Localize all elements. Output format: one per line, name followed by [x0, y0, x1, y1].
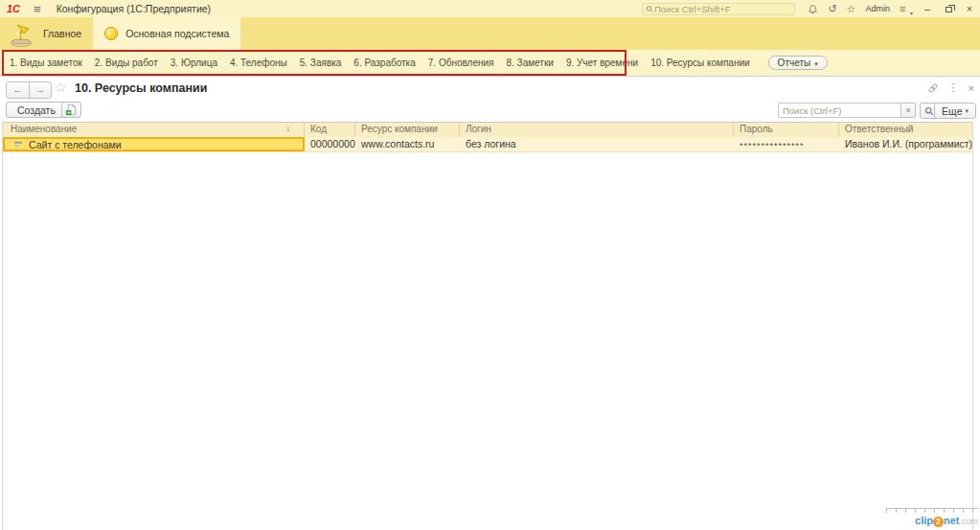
restore-icon: [946, 7, 952, 12]
close-window-button[interactable]: ×: [962, 3, 977, 14]
column-header-code[interactable]: Код: [305, 123, 355, 137]
command-bar: 1. Виды заметок 2. Виды работ 3. Юрлица …: [0, 50, 980, 77]
menu-item-4[interactable]: 4. Телефоны: [230, 58, 287, 68]
sort-desc-icon: ↓: [286, 124, 291, 137]
column-header-login[interactable]: Логин: [460, 123, 734, 137]
cell-login[interactable]: без логина: [460, 137, 734, 151]
get-link-icon[interactable]: [927, 82, 939, 94]
menu-item-1[interactable]: 1. Виды заметок: [10, 58, 82, 68]
window-title: Конфигурация (1С:Предприятие): [57, 3, 211, 14]
column-header-responsible[interactable]: Ответственный: [839, 123, 972, 137]
more-button[interactable]: Еще▾: [934, 103, 976, 119]
list-search-input[interactable]: [783, 105, 897, 116]
notifications-bell-icon[interactable]: [808, 4, 818, 14]
reports-dropdown-button[interactable]: Отчеты▾: [768, 56, 828, 70]
chevron-down-icon: ▾: [965, 107, 969, 115]
1c-logo: 1С: [7, 3, 20, 14]
table-row[interactable]: Сайт с телефонами 000000001 www.contacts…: [3, 137, 972, 152]
menu-item-5[interactable]: 5. Заявка: [300, 58, 342, 68]
menu-item-2[interactable]: 2. Виды работ: [95, 58, 158, 68]
back-button[interactable]: ←: [7, 82, 29, 98]
column-header-resource[interactable]: Ресурс компании: [355, 123, 460, 137]
watermark-two: 2: [933, 517, 944, 527]
favorites-star-icon[interactable]: ☆: [847, 3, 856, 15]
create-button[interactable]: Создать: [6, 102, 67, 118]
menu-item-9[interactable]: 9. Учет времени: [566, 58, 638, 68]
menu-item-6[interactable]: 6. Разработка: [353, 58, 415, 68]
cell-name-selected[interactable]: Сайт с телефонами: [3, 137, 305, 151]
clear-search-button[interactable]: ×: [901, 103, 916, 118]
titlebar: 1С ≡ Конфигурация (1С:Предприятие) ↺ ☆ A…: [0, 0, 980, 17]
global-search-box[interactable]: [642, 3, 795, 15]
list-search-box[interactable]: [778, 103, 901, 118]
tools-menu-icon[interactable]: ≡ ▾: [900, 5, 912, 12]
list-toolbar: Создать × ▾ Еще▾: [0, 100, 980, 122]
section-panel: Главное Основная подсистема: [0, 17, 980, 50]
menu-item-7[interactable]: 7. Обновления: [428, 58, 494, 68]
subsystem-icon: [104, 27, 118, 40]
history-nav-group: ← →: [6, 81, 52, 99]
page-header: ← → ☆ 10. Ресурсы компании ⋮ ×: [0, 77, 980, 102]
page-header-actions: ⋮ ×: [918, 81, 974, 94]
column-header-name[interactable]: Наименование ↓: [3, 123, 305, 137]
minimize-button[interactable]: –: [920, 3, 935, 14]
titlebar-right: ↺ ☆ Admin ≡ ▾ – ×: [642, 0, 980, 17]
section-tab-main[interactable]: Главное: [0, 17, 93, 50]
chevron-down-icon: ▾: [814, 60, 818, 67]
history-icon[interactable]: ↺: [828, 3, 836, 15]
cell-resource[interactable]: www.contacts.ru: [355, 137, 460, 151]
menu-item-3[interactable]: 3. Юрлица: [171, 58, 217, 68]
global-search-input[interactable]: [654, 4, 792, 14]
cell-password[interactable]: ***************: [734, 137, 839, 151]
table-header: Наименование ↓ Код Ресурс компании Логин…: [3, 123, 972, 137]
search-icon: [646, 5, 654, 13]
current-user-label[interactable]: Admin: [865, 4, 890, 13]
create-group-button[interactable]: [61, 102, 81, 118]
section-tab-subsystem[interactable]: Основная подсистема: [93, 17, 240, 50]
add-favorite-star-icon[interactable]: ☆: [55, 80, 67, 95]
watermark-net: net: [944, 515, 960, 526]
section-tab-subsystem-label: Основная подсистема: [125, 28, 229, 39]
restore-button[interactable]: [941, 3, 956, 14]
clip2net-watermark: clip2net.com: [886, 508, 978, 527]
watermark-clip: clip: [915, 515, 933, 526]
menu-item-8[interactable]: 8. Заметки: [507, 58, 554, 68]
desk-lamp-icon: [8, 21, 36, 47]
watermark-com: .com: [959, 517, 978, 526]
cell-responsible[interactable]: Иванов И.И. (программист): [839, 137, 972, 151]
main-menu-icon[interactable]: ≡: [34, 2, 41, 16]
page-title: 10. Ресурсы компании: [75, 81, 207, 95]
new-document-icon: [65, 104, 78, 116]
column-header-password[interactable]: Пароль: [734, 123, 839, 137]
close-form-icon[interactable]: ×: [969, 82, 974, 94]
cell-code[interactable]: 000000001: [305, 137, 355, 151]
watermark-ruler: [886, 508, 978, 513]
app-window: 1С ≡ Конфигурация (1С:Предприятие) ↺ ☆ A…: [0, 0, 980, 530]
menu-item-10[interactable]: 10. Ресурсы компании: [650, 58, 749, 68]
more-actions-kebab-icon[interactable]: ⋮: [948, 81, 959, 94]
catalog-item-icon: [13, 140, 23, 149]
search-icon: [924, 106, 934, 116]
resources-list: Наименование ↓ Код Ресурс компании Логин…: [2, 122, 973, 530]
section-tab-main-label: Главное: [43, 28, 81, 39]
forward-button[interactable]: →: [29, 82, 51, 98]
